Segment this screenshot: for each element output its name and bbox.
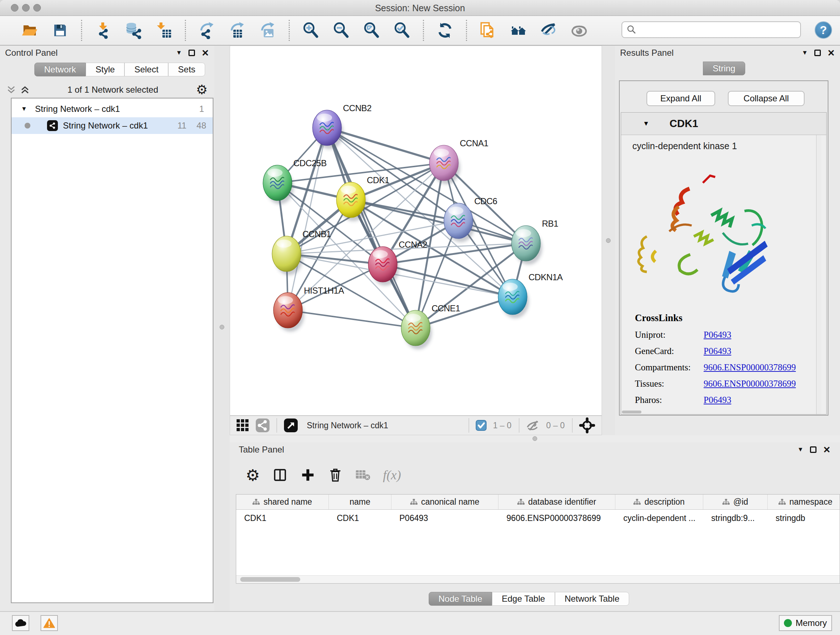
table-panel-splitter[interactable]: [230, 435, 840, 442]
tab-edge-table[interactable]: Edge Table: [492, 592, 555, 606]
help-button[interactable]: ?: [815, 21, 832, 39]
tab-node-table[interactable]: Node Table: [429, 592, 492, 606]
results-panel-collapse-icon[interactable]: ▼: [802, 49, 808, 57]
open-file-icon[interactable]: [21, 21, 39, 40]
expand-all-button[interactable]: Expand All: [646, 91, 715, 106]
table-cell[interactable]: P06493: [392, 510, 499, 526]
refresh-icon[interactable]: [436, 21, 454, 40]
table-horizontal-scrollbar[interactable]: [236, 575, 840, 583]
import-database-icon[interactable]: [125, 21, 142, 40]
control-network-splitter[interactable]: [214, 46, 230, 611]
table-options-gear-icon[interactable]: ⚙: [246, 466, 260, 485]
table-cell[interactable]: cyclin-dependent ...: [615, 510, 703, 526]
column-header-canonical-name[interactable]: canonical name: [392, 494, 499, 509]
tab-style[interactable]: Style: [86, 63, 125, 76]
network-edge[interactable]: [288, 310, 416, 328]
scrollbar-thumb[interactable]: [240, 577, 300, 582]
column-header-shared-name[interactable]: shared name: [236, 494, 329, 509]
crosslink-link[interactable]: P06493: [704, 346, 731, 356]
column-header-namespace[interactable]: namespace: [767, 494, 840, 509]
fit-content-target-icon[interactable]: [579, 417, 595, 433]
zoom-out-icon[interactable]: [332, 21, 350, 40]
table-panel-close-icon[interactable]: ✕: [823, 445, 831, 454]
network-node-HIST1H1A[interactable]: HIST1H1A: [273, 286, 344, 332]
network-edge[interactable]: [327, 128, 416, 328]
export-network-icon[interactable]: [198, 21, 216, 40]
show-graphics-details-icon[interactable]: [570, 21, 588, 40]
splitter-handle[interactable]: [606, 238, 611, 243]
expand-all-icon[interactable]: [20, 86, 30, 94]
clone-network-icon[interactable]: [479, 21, 497, 40]
table-row[interactable]: CDK1CDK1P064939606.ENSP00000378699cyclin…: [236, 510, 840, 526]
delete-column-icon[interactable]: [328, 467, 343, 483]
network-row-selected[interactable]: String Network – cdk1 11 48: [11, 117, 213, 134]
column-header--id[interactable]: @id: [703, 494, 767, 509]
crosslink-link[interactable]: 9606.ENSP00000378699: [704, 379, 796, 389]
table-cell[interactable]: 9606.ENSP00000378699: [499, 510, 615, 526]
column-header-description[interactable]: description: [615, 494, 703, 509]
splitter-handle[interactable]: [219, 325, 224, 329]
selected-checkbox-icon[interactable]: [476, 420, 486, 431]
birds-eye-view-icon[interactable]: [284, 418, 298, 432]
results-panel-close-icon[interactable]: ✕: [827, 49, 835, 57]
control-panel-collapse-icon[interactable]: ▼: [176, 49, 182, 57]
crosslink-link[interactable]: P06493: [704, 330, 731, 340]
network-edge[interactable]: [416, 297, 513, 328]
save-session-icon[interactable]: [51, 21, 69, 40]
control-panel-maximize-icon[interactable]: [188, 50, 195, 56]
gene-section-header[interactable]: ▼ CDK1: [621, 112, 826, 135]
results-vertical-scrollbar[interactable]: [816, 135, 821, 414]
warnings-button[interactable]: [41, 615, 58, 631]
network-edge[interactable]: [327, 128, 444, 163]
splitter-handle[interactable]: [532, 436, 537, 441]
import-network-icon[interactable]: [94, 21, 112, 40]
export-table-icon[interactable]: [228, 21, 246, 40]
control-panel-close-icon[interactable]: ✕: [202, 49, 209, 57]
table-cell[interactable]: stringdb:9...: [703, 510, 767, 526]
gene-collapse-icon[interactable]: ▼: [643, 120, 649, 127]
show-all-networks-icon[interactable]: [509, 21, 527, 40]
column-header-database-identifier[interactable]: database identifier: [499, 494, 615, 509]
network-node-CCNE1[interactable]: CCNE1: [401, 303, 460, 349]
crosslink-link[interactable]: 9606.ENSP00000378699: [704, 363, 796, 372]
tab-network-table[interactable]: Network Table: [555, 592, 630, 606]
collapse-all-icon[interactable]: [6, 86, 16, 94]
network-edge[interactable]: [288, 128, 327, 310]
network-collection-row[interactable]: ▼ String Network – cdk1 1: [11, 101, 213, 117]
hide-graphics-icon[interactable]: [540, 21, 558, 40]
table-cell[interactable]: stringdb: [767, 510, 840, 526]
network-view-mode-icon[interactable]: [256, 418, 270, 432]
network-canvas[interactable]: CCNB2 CCNA1 CDC25B CDK1 CDC6 RB1 CCNB1 C…: [230, 46, 602, 415]
import-table-icon[interactable]: [155, 21, 173, 40]
memory-button[interactable]: Memory: [779, 615, 832, 631]
table-panel-collapse-icon[interactable]: ▼: [797, 446, 804, 453]
tab-network[interactable]: Network: [34, 63, 86, 76]
search-input[interactable]: [637, 25, 800, 35]
zoom-in-icon[interactable]: [302, 21, 320, 40]
network-node-CDC6[interactable]: CDC6: [444, 196, 497, 242]
results-horizontal-scrollbar[interactable]: [622, 410, 641, 413]
search-box[interactable]: [622, 21, 801, 38]
zoom-fit-icon[interactable]: [363, 21, 381, 40]
add-column-icon[interactable]: [300, 467, 316, 483]
results-panel-maximize-icon[interactable]: [814, 50, 821, 56]
tab-select[interactable]: Select: [125, 63, 168, 76]
show-columns-icon[interactable]: [272, 467, 288, 483]
network-options-gear-icon[interactable]: ⚙: [196, 83, 208, 96]
network-results-splitter[interactable]: [602, 46, 615, 435]
tab-sets[interactable]: Sets: [168, 63, 205, 76]
tab-string[interactable]: String: [703, 62, 745, 75]
column-header-name[interactable]: name: [329, 494, 392, 509]
table-cell[interactable]: CDK1: [329, 510, 392, 526]
export-image-icon[interactable]: [259, 21, 277, 40]
table-panel-maximize-icon[interactable]: [810, 447, 816, 453]
network-node-CDKN1A[interactable]: CDKN1A: [498, 272, 563, 318]
crosslink-link[interactable]: P06493: [704, 395, 731, 405]
zoom-selected-icon[interactable]: [393, 21, 411, 40]
network-node-RB1[interactable]: RB1: [512, 219, 558, 264]
collapse-all-button[interactable]: Collapse All: [728, 91, 805, 106]
table-cell[interactable]: CDK1: [236, 510, 329, 526]
collection-expand-icon[interactable]: ▼: [21, 105, 27, 112]
network-node-CCNB2[interactable]: CCNB2: [313, 103, 371, 149]
grid-view-icon[interactable]: [236, 418, 249, 432]
